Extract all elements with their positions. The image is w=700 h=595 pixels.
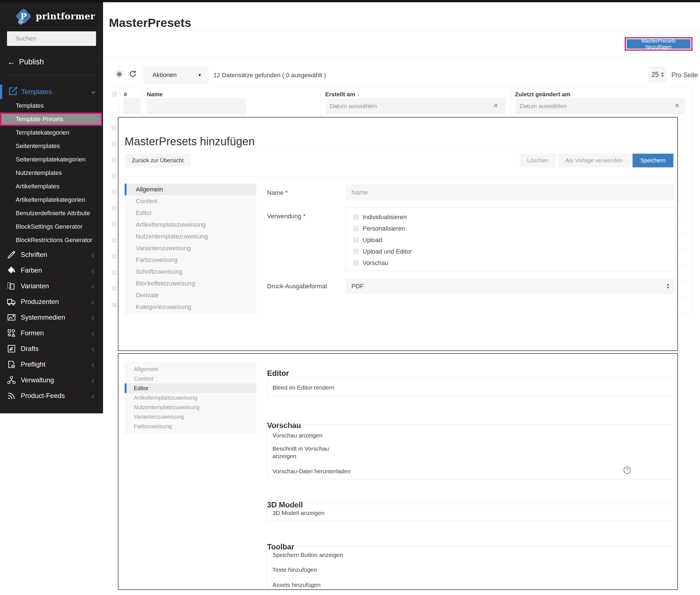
sidebar-item-seitentemplates[interactable]: Seitentemplates xyxy=(0,139,103,153)
checkbox[interactable] xyxy=(336,566,343,572)
checkbox[interactable] xyxy=(336,509,343,515)
actions-dropdown[interactable]: Aktionen ▼ xyxy=(143,66,209,84)
checkbox[interactable] xyxy=(336,551,343,558)
nav-item-content[interactable]: Content xyxy=(125,195,256,207)
sort-desc-icon[interactable]: ↓ xyxy=(357,91,360,97)
row-checkbox[interactable] xyxy=(112,158,117,162)
back-to-publish[interactable]: ← Publish xyxy=(7,58,103,66)
sidebar-item-benutzerdefinierte-attribute[interactable]: Benutzerdefinierte Attribute xyxy=(0,206,103,220)
sidebar-item-drafts[interactable]: Drafts xyxy=(0,341,103,357)
select-all-checkbox[interactable] xyxy=(112,91,117,97)
nav-item-farbzuweisung[interactable]: Farbzuweisung xyxy=(125,254,256,266)
usage-option[interactable]: Vorschau xyxy=(353,257,675,269)
add-masterpresets-button[interactable]: MasterPresets hinzufügen xyxy=(627,39,691,49)
checkbox[interactable] xyxy=(336,446,343,453)
name-input[interactable] xyxy=(346,185,675,200)
sidebar-item-produzenten[interactable]: Produzenten xyxy=(0,294,103,310)
row-checkbox[interactable] xyxy=(112,190,117,195)
checkbox[interactable] xyxy=(353,260,359,266)
nav-item-artikeltemplatezuweisung[interactable]: Artikeltemplatezuweisung xyxy=(125,219,256,231)
clear-filter-icon[interactable]: × xyxy=(493,102,498,110)
created-date-filter[interactable] xyxy=(326,98,505,114)
nav-item-variantenzuweisung[interactable]: Variantenzuweisung xyxy=(125,412,256,422)
row-checkbox[interactable] xyxy=(112,222,117,227)
sidebar-item-artikeltemplatekategorien[interactable]: Artikeltemplatekategorien xyxy=(0,193,103,206)
name-filter-input[interactable] xyxy=(146,98,246,114)
nav-item-nutzentemplatezuweisung[interactable]: Nutzentemplatezuweisung xyxy=(125,231,256,243)
modified-date-filter[interactable] xyxy=(516,98,685,114)
back-to-overview-button[interactable]: Zurück zur Übersicht xyxy=(125,154,191,167)
row-checkbox[interactable] xyxy=(112,142,117,146)
nav-item-blockeffektzuweisung[interactable]: Blockeffektzuweisung xyxy=(125,278,256,289)
nav-item-derivate[interactable]: Derivate xyxy=(125,289,256,301)
sidebar-item-product-feeds[interactable]: Product-Feeds xyxy=(0,388,103,403)
clear-filter-icon[interactable]: × xyxy=(675,102,679,110)
row-checkbox[interactable] xyxy=(112,125,117,130)
sidebar-item-blockrestrictions-generator[interactable]: BlockRestrictions Generator xyxy=(0,233,103,247)
row-checkbox[interactable] xyxy=(112,174,117,178)
checkbox[interactable] xyxy=(353,226,359,231)
column-label[interactable]: Zuletzt geändert am xyxy=(515,91,570,98)
sidebar-item-schriften[interactable]: Schriften xyxy=(0,247,103,262)
sidebar-item-farben[interactable]: Farben xyxy=(0,262,103,278)
print-format-select[interactable]: PDF xyxy=(346,279,675,294)
page-size-select[interactable]: 25 xyxy=(648,66,666,83)
checkbox[interactable] xyxy=(336,431,343,438)
sidebar-item-verwaltung[interactable]: Verwaltung xyxy=(0,372,103,388)
delete-button[interactable]: Löschen xyxy=(520,154,556,167)
sidebar-item-seitentemplatekategorien[interactable]: Seitentemplatekategorien xyxy=(0,153,103,166)
nav-item-editor[interactable]: Editor xyxy=(125,384,256,393)
row-checkbox[interactable] xyxy=(112,271,117,275)
column-label[interactable]: Name xyxy=(147,91,163,98)
nav-item-content[interactable]: Content xyxy=(125,374,256,384)
sidebar-item-template-presets[interactable]: Template Presets xyxy=(0,113,102,126)
row-checkbox[interactable] xyxy=(112,254,117,259)
row-checkbox[interactable] xyxy=(112,206,117,211)
search-input[interactable] xyxy=(15,35,97,42)
logo[interactable]: P printformer xyxy=(16,7,103,25)
nav-item-editor[interactable]: Editor xyxy=(125,207,256,219)
usage-option[interactable]: Upload und Editor xyxy=(353,246,675,257)
use-as-template-button[interactable]: Als Vorlage verwenden xyxy=(558,154,630,167)
download-enabled-checkbox[interactable] xyxy=(615,467,622,474)
save-button[interactable]: Speichern xyxy=(632,154,673,167)
nav-item-kategoriezuweisung[interactable]: Kategoriezuweisung xyxy=(125,301,256,313)
sidebar-item-varianten[interactable]: Varianten xyxy=(0,278,103,294)
shapes-icon xyxy=(6,328,17,338)
sidebar-item-formen[interactable]: Formen xyxy=(0,325,103,341)
sidebar-search[interactable] xyxy=(7,31,96,46)
column-label[interactable]: Erstellt am↓ xyxy=(325,91,360,98)
checkbox[interactable] xyxy=(336,581,343,588)
checkbox[interactable] xyxy=(353,214,359,220)
help-icon[interactable]: ? xyxy=(624,466,631,474)
gear-icon[interactable] xyxy=(115,70,123,78)
usage-option[interactable]: Upload xyxy=(353,234,675,246)
sidebar-item-templatekategorien[interactable]: Templatekategorien xyxy=(0,126,103,139)
nav-item-allgemein[interactable]: Allgemein xyxy=(125,364,256,374)
sidebar-item-systemmedien[interactable]: Systemmedien xyxy=(0,310,103,325)
sidebar-item-templates-parent[interactable]: Templates xyxy=(0,85,103,99)
nav-item-farbzuweisung[interactable]: Farbzuweisung xyxy=(125,422,256,431)
column-label[interactable]: # xyxy=(124,91,127,98)
sidebar-item-artikeltemplates[interactable]: Artikeltemplates xyxy=(0,180,103,193)
checkbox[interactable] xyxy=(336,467,343,474)
nav-item-variantenzuweisung[interactable]: Variantenzuweisung xyxy=(125,243,256,254)
refresh-icon[interactable] xyxy=(129,70,137,78)
nav-item-nutzentemplatezuweisung[interactable]: Nutzentemplatezuweisung xyxy=(125,402,256,412)
number-filter-input[interactable] xyxy=(123,98,141,114)
checkbox[interactable] xyxy=(353,237,359,243)
sidebar-item-nutzentemplates[interactable]: Nutzentemplates xyxy=(0,166,103,180)
sidebar-item-blocksettings-generator[interactable]: BlockSettings Generator xyxy=(0,220,103,233)
row-checkbox[interactable] xyxy=(112,286,117,291)
usage-option[interactable]: Personalisieren xyxy=(353,223,675,234)
nav-item-artikeltemplatezuweisung[interactable]: Artikeltemplatezuweisung xyxy=(125,393,256,402)
nav-item-allgemein[interactable]: Allgemein xyxy=(125,183,256,195)
checkbox[interactable] xyxy=(336,384,343,390)
sidebar-item-preflight[interactable]: Preflight xyxy=(0,357,103,372)
row-checkbox[interactable] xyxy=(112,303,117,307)
row-checkbox[interactable] xyxy=(112,238,117,243)
checkbox[interactable] xyxy=(353,249,359,254)
usage-option[interactable]: Individualisieren xyxy=(353,211,675,223)
nav-item-schriftzuweisung[interactable]: Schriftzuweisung xyxy=(125,266,256,278)
sidebar-item-templates[interactable]: Templates xyxy=(0,99,103,113)
